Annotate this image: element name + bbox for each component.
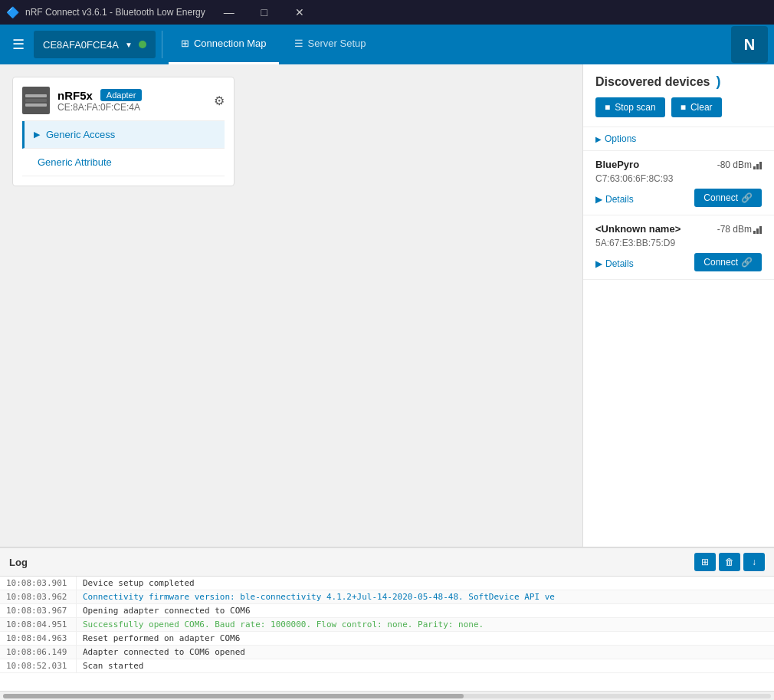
tab-connection-map[interactable]: ⊞ Connection Map (169, 25, 279, 64)
signal-bar-2 (756, 228, 759, 234)
tab-server-setup[interactable]: ☰ Server Setup (282, 25, 379, 64)
connect-link-icon: 🔗 (741, 192, 753, 203)
options-arrow-icon: ▶ (595, 135, 602, 143)
log-time-3: 10:08:04.951 (0, 618, 77, 631)
log-scroll-track[interactable] (3, 694, 771, 698)
stop-scan-button[interactable]: ■ Stop scan (595, 97, 665, 117)
connect-link-icon-2: 🔗 (741, 257, 753, 268)
service-item-generic-access[interactable]: ▶ Generic Access (22, 121, 225, 149)
connection-map-icon: ⊞ (181, 38, 189, 49)
bluepyro-rssi: -80 dBm (717, 159, 762, 170)
toolbar-divider (162, 31, 162, 58)
unknown-rssi: -78 dBm (717, 224, 762, 235)
window-controls: — □ ✕ (212, 0, 317, 25)
minimize-button[interactable]: — (212, 0, 247, 25)
unknown-details-arrow-icon: ▶ (595, 258, 602, 269)
unknown-header-row: <Unknown name> -78 dBm (595, 223, 762, 235)
log-time-4: 10:08:04.963 (0, 632, 77, 645)
discovered-list: BluePyro -80 dBm C7:63:06:6F:8C:93 ▶ (583, 151, 774, 547)
title-bar: 🔷 nRF Connect v3.6.1 - Bluetooth Low Ene… (0, 0, 774, 25)
device-card-header: nRF5x Adapter CE:8A:FA:0F:CE:4A ⚙ (22, 87, 225, 114)
log-entry-1: 10:08:03.962 Connectivity firmware versi… (0, 590, 774, 604)
log-msg-2: Opening adapter connected to COM6 (77, 604, 774, 617)
bluepyro-mac: C7:63:06:6F:8C:93 (595, 173, 762, 184)
log-scrollbar[interactable] (0, 691, 774, 700)
main-area: nRF5x Adapter CE:8A:FA:0F:CE:4A ⚙ ▶ Gene… (0, 64, 774, 547)
bluepyro-details-row[interactable]: ▶ Details (595, 194, 634, 205)
tab-connection-map-label: Connection Map (194, 38, 267, 49)
signal-bar-2 (756, 164, 759, 169)
maximize-button[interactable]: □ (247, 0, 282, 25)
log-time-1: 10:08:03.962 (0, 590, 77, 603)
unknown-name: <Unknown name> (595, 223, 681, 235)
scanning-indicator: ) (716, 74, 720, 90)
discovered-header: Discovered devices ) ■ Stop scan ■ Clear (583, 64, 774, 127)
discovered-device-bluepyro: BluePyro -80 dBm C7:63:06:6F:8C:93 ▶ (583, 151, 774, 215)
service-expand-icon: ▶ (34, 130, 40, 140)
device-icon (22, 87, 50, 114)
log-entry-6: 10:08:52.031 Scan started (0, 659, 774, 673)
signal-bar-3 (759, 226, 762, 234)
unknown-details-row[interactable]: ▶ Details (595, 258, 634, 269)
device-info: nRF5x Adapter CE:8A:FA:0F:CE:4A (57, 89, 142, 113)
clear-button[interactable]: ■ Clear (671, 97, 722, 117)
log-msg-3: Successfully opened COM6. Baud rate: 100… (77, 618, 774, 631)
log-msg-1: Connectivity firmware version: ble-conne… (77, 590, 774, 603)
service-name-generic-attribute: Generic Attribute (38, 156, 112, 168)
log-time-0: 10:08:03.901 (0, 577, 77, 590)
service-item-generic-attribute[interactable]: Generic Attribute (22, 149, 225, 176)
device-name: nRF5x (57, 89, 93, 102)
clear-label: Clear (690, 102, 713, 113)
bluepyro-name: BluePyro (595, 159, 639, 170)
log-clear-button[interactable]: 🗑 (719, 553, 740, 571)
bluepyro-details-arrow-icon: ▶ (595, 194, 602, 205)
log-entry-5: 10:08:06.149 Adapter connected to COM6 o… (0, 646, 774, 659)
connection-status-dot (139, 41, 146, 48)
discovered-actions: ■ Stop scan ■ Clear (595, 97, 762, 117)
bluepyro-connect-label: Connect (703, 192, 738, 203)
stop-scan-label: Stop scan (615, 102, 655, 113)
bluepyro-details-label: Details (605, 194, 634, 205)
log-copy-button[interactable]: ⊞ (694, 553, 716, 571)
app-title: nRF Connect v3.6.1 - Bluetooth Low Energ… (25, 7, 205, 18)
clear-icon: ■ (681, 102, 686, 113)
device-settings-button[interactable]: ⚙ (214, 94, 225, 108)
log-scroll-thumb[interactable] (3, 694, 464, 698)
nrf-logo: N (731, 26, 768, 63)
unknown-connect-button[interactable]: Connect 🔗 (694, 253, 762, 271)
log-msg-5: Adapter connected to COM6 opened (77, 646, 774, 659)
log-entry-0: 10:08:03.901 Device setup completed (0, 577, 774, 590)
menu-button[interactable]: ☰ (6, 30, 31, 59)
log-panel: Log ⊞ 🗑 ↓ 10:08:03.901 Device setup comp… (0, 547, 774, 700)
signal-bar-3 (759, 162, 762, 169)
options-row[interactable]: ▶ Options (583, 127, 774, 151)
bluepyro-header-row: BluePyro -80 dBm (595, 159, 762, 170)
log-scroll-bottom-button[interactable]: ↓ (743, 553, 765, 571)
log-controls: ⊞ 🗑 ↓ (694, 553, 765, 571)
signal-bar-1 (753, 231, 756, 234)
log-msg-6: Scan started (77, 659, 774, 672)
options-label: Options (605, 133, 636, 144)
services-list: ▶ Generic Access Generic Attribute (22, 120, 225, 176)
adapter-badge: Adapter (100, 89, 143, 101)
dropdown-arrow-icon: ▼ (125, 41, 133, 49)
log-msg-0: Device setup completed (77, 577, 774, 590)
server-setup-icon: ☰ (294, 38, 303, 49)
stop-scan-icon: ■ (605, 102, 610, 113)
discovered-device-unknown: <Unknown name> -78 dBm 5A:67:E3:BB:75:D9… (583, 215, 774, 280)
unknown-signal-bars (753, 225, 762, 234)
log-entry-2: 10:08:03.967 Opening adapter connected t… (0, 604, 774, 618)
close-button[interactable]: ✕ (282, 0, 317, 25)
bluepyro-rssi-value: -80 dBm (717, 159, 752, 170)
bluepyro-signal-bars (753, 160, 762, 169)
device-card: nRF5x Adapter CE:8A:FA:0F:CE:4A ⚙ ▶ Gene… (12, 77, 234, 186)
app-icon: 🔷 (6, 6, 19, 18)
signal-bar-1 (753, 166, 756, 169)
left-panel: nRF5x Adapter CE:8A:FA:0F:CE:4A ⚙ ▶ Gene… (0, 64, 582, 547)
unknown-mac: 5A:67:E3:BB:75:D9 (595, 238, 762, 248)
log-time-6: 10:08:52.031 (0, 659, 77, 672)
discovered-title-text: Discovered devices (595, 75, 710, 89)
bluepyro-connect-button[interactable]: Connect 🔗 (694, 189, 762, 207)
device-selector[interactable]: CE8AFA0FCE4A ▼ (34, 31, 156, 58)
log-msg-4: Reset performed on adapter COM6 (77, 632, 774, 645)
